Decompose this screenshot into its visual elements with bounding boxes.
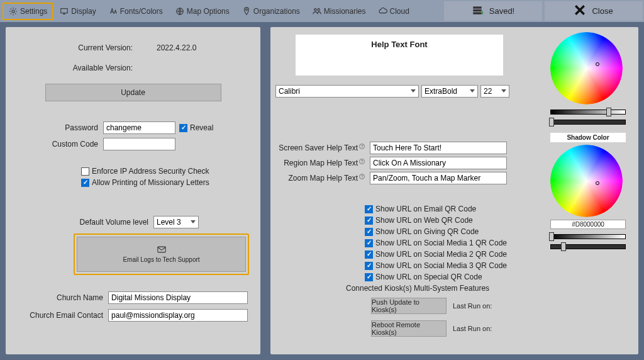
shadow-color-label: Shadow Color (550, 133, 626, 142)
ipcheck-checkbox[interactable] (81, 167, 89, 176)
svg-point-0 (12, 9, 14, 12)
close-icon (574, 4, 586, 18)
tab-label: Fonts/Colors (120, 7, 163, 16)
tab-label: Map Options (187, 7, 230, 16)
qr-label: Show URL on Special QR Code (375, 273, 482, 281)
church-name-label: Church Name (18, 293, 108, 302)
save-icon: + (472, 4, 483, 18)
qr-label: Show URL on Web QR Code (375, 216, 473, 225)
shadow-color-picker[interactable]: Shadow Color #D8000000 (550, 133, 626, 249)
tab-missionaries[interactable]: Missionaries (306, 3, 372, 20)
qr-label: Show URL on Social Media 2 QR Code (375, 250, 507, 259)
svg-point-3 (245, 9, 247, 11)
tab-label: Cloud (390, 7, 409, 16)
region-help-label: Region Map Help Text (284, 159, 358, 167)
help-icon[interactable]: ? (359, 159, 365, 164)
cloud-icon (379, 7, 387, 16)
reboot-label: Reboot Remote Kiosk(s) (372, 321, 446, 336)
svg-rect-1 (61, 8, 68, 13)
volume-select[interactable]: Level 3 (153, 216, 199, 228)
church-email-input[interactable] (108, 309, 248, 322)
qr-sm2-checkbox[interactable] (365, 250, 373, 259)
qr-sm3-checkbox[interactable] (365, 262, 373, 270)
current-version-label: Current Version: (18, 43, 138, 52)
custom-code-label: Custom Code (18, 140, 103, 149)
help-icon[interactable]: ? (359, 143, 365, 149)
people-icon (313, 7, 321, 16)
right-panel: Help Text Font Calibri ExtraBold 22 Shad… (270, 27, 638, 354)
qr-options: Show URL on Email QR Code Show URL on We… (365, 202, 507, 284)
qr-giving-checkbox[interactable] (365, 228, 373, 236)
update-label: Update (121, 88, 145, 97)
font-family-select[interactable]: Calibri (275, 85, 419, 98)
qr-label: Show URL on Social Media 1 QR Code (375, 239, 507, 247)
qr-label: Show URL on Social Media 3 QR Code (375, 261, 507, 270)
font-weight-select[interactable]: ExtraBold (421, 85, 478, 98)
primary-alpha-slider[interactable] (550, 120, 626, 125)
email-logs-button[interactable]: Email Logs to Tech Support (77, 237, 246, 272)
ss-help-input[interactable] (370, 142, 507, 154)
reveal-checkbox[interactable] (179, 124, 187, 132)
region-help-input[interactable] (370, 157, 507, 169)
help-text-preview: Help Text Font (296, 35, 503, 76)
font-size-select[interactable]: 22 (480, 85, 509, 98)
svg-rect-10 (157, 247, 165, 252)
display-icon (60, 7, 69, 16)
qr-label: Show URL on Giving QR Code (375, 227, 479, 236)
pin-icon (242, 7, 251, 16)
available-version-label: Available Version: (18, 64, 138, 72)
tab-label: Settings (20, 7, 47, 16)
qr-special-checkbox[interactable] (365, 273, 373, 281)
globe-icon (175, 7, 184, 16)
password-input[interactable] (103, 121, 175, 134)
printing-checkbox[interactable] (81, 179, 89, 187)
left-panel: Current Version:2022.4.22.0 Available Ve… (6, 27, 260, 354)
gear-icon (9, 7, 18, 16)
svg-point-5 (318, 8, 320, 11)
tab-map[interactable]: Map Options (169, 3, 236, 20)
svg-point-4 (314, 8, 316, 11)
zoom-help-label: Zoom Map Help Text (289, 174, 358, 183)
custom-code-input[interactable] (103, 138, 175, 150)
tab-orgs[interactable]: Organizations (236, 3, 306, 20)
volume-label: Default Volume level (18, 218, 153, 227)
current-version-value: 2022.4.22.0 (138, 43, 213, 52)
kiosk-section-title: Connected Kiosk(s) Multi-System Features (346, 284, 492, 293)
help-icon[interactable]: ? (359, 174, 365, 179)
qr-sm1-checkbox[interactable] (365, 239, 373, 247)
tab-cloud[interactable]: Cloud (372, 3, 416, 20)
tab-label: Missionaries (324, 7, 366, 16)
primary-brightness-slider[interactable] (550, 110, 626, 115)
reveal-label: Reveal (190, 123, 213, 132)
last-run-reboot: Last Run on: (453, 325, 492, 332)
close-button[interactable]: Close (545, 1, 643, 21)
color-wheel-icon[interactable] (550, 32, 623, 104)
qr-web-checkbox[interactable] (365, 217, 373, 225)
zoom-help-input[interactable] (370, 172, 507, 184)
primary-color-picker[interactable] (550, 32, 626, 125)
help-text-font-label: Help Text Font (371, 40, 427, 49)
push-update-label: Push Update to Kiosk(s) (372, 298, 446, 313)
tab-display[interactable]: Display (53, 3, 102, 20)
close-label: Close (592, 6, 613, 16)
reboot-kiosk-button[interactable]: Reboot Remote Kiosk(s) (371, 320, 447, 337)
tab-settings[interactable]: Settings (3, 3, 53, 20)
update-button[interactable]: Update (45, 84, 221, 101)
shadow-hex-value[interactable]: #D8000000 (550, 220, 626, 229)
shadow-brightness-slider[interactable] (550, 234, 626, 239)
tab-fonts[interactable]: Fonts/Colors (103, 3, 169, 20)
ipcheck-label: Enforce IP Address Security Check (92, 167, 209, 176)
tab-label: Organizations (253, 7, 300, 16)
qr-label: Show URL on Email QR Code (375, 205, 476, 213)
push-update-button[interactable]: Push Update to Kiosk(s) (371, 298, 447, 314)
last-run-push: Last Run on: (453, 302, 492, 310)
color-wheel-icon[interactable] (550, 145, 623, 217)
saved-button[interactable]: + Saved! (444, 1, 542, 21)
mail-icon (157, 246, 166, 255)
svg-rect-6 (473, 6, 482, 8)
qr-email-checkbox[interactable] (365, 205, 373, 213)
printing-label: Allow Printing of Missionary Letters (92, 178, 209, 187)
shadow-alpha-slider[interactable] (550, 244, 626, 249)
church-name-input[interactable] (108, 291, 248, 304)
email-logs-label: Email Logs to Tech Support (123, 256, 199, 263)
